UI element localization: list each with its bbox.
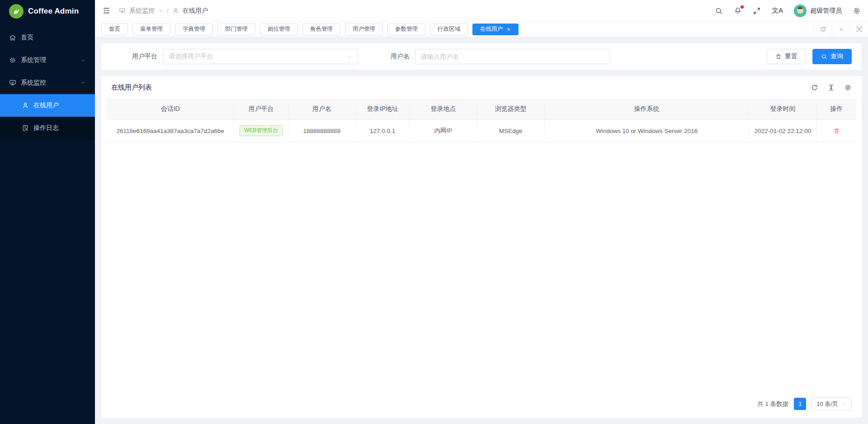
filter-bar: 用户平台 请选择用户平台 用户名 重置: [101, 43, 862, 70]
table-header-cell: 登录IP地址: [355, 99, 409, 119]
sidebar-subitem-label: 操作日志: [33, 124, 59, 132]
settings-gear-icon[interactable]: [853, 7, 861, 15]
header-actions: 文A 超级管理员: [715, 5, 861, 17]
pagination-total: 共 1 条数据: [757, 400, 788, 408]
chevron-down-icon: [347, 54, 352, 59]
tab-item[interactable]: 角色管理: [302, 24, 340, 35]
refresh-icon[interactable]: [811, 84, 818, 91]
monitor-icon: [119, 7, 126, 14]
breadcrumb-separator: /: [167, 7, 169, 14]
home-icon: [9, 34, 16, 41]
cell-os: Windows 10 or Windows Server 2016: [544, 119, 749, 142]
avatar: [794, 5, 807, 17]
user-icon: [22, 102, 29, 109]
table-header-cell: 登录时间: [749, 99, 816, 119]
delete-trash-icon[interactable]: [833, 128, 840, 134]
table-header-row: 会话ID 用户平台 用户名 登录IP地址 登录地点 浏览器类型 操作系统 登录时…: [107, 99, 856, 119]
cell-session-id: 26118e6169aa41a387aa3ca7a7d2a6be: [107, 119, 234, 142]
user-icon: [172, 7, 179, 14]
tab-item-active[interactable]: 在线用户: [472, 24, 519, 35]
logo-leaf-icon: [9, 4, 24, 19]
page-content: 用户平台 请选择用户平台 用户名 重置: [95, 37, 868, 424]
user-menu[interactable]: 超级管理员: [794, 5, 842, 17]
sidebar: Coffee Admin 首页 系统管理 系统监控: [0, 0, 95, 424]
sidebar-subitem-operation-logs[interactable]: 操作日志: [0, 117, 95, 139]
user-name: 超级管理员: [810, 7, 842, 15]
page-size-value: 10 条/页: [816, 400, 838, 408]
chevron-down-icon: [80, 57, 86, 63]
sidebar-item-label: 系统管理: [21, 56, 46, 64]
search-button[interactable]: 查询: [812, 49, 852, 64]
sidebar-subitem-online-users[interactable]: 在线用户: [0, 94, 95, 117]
breadcrumb-parent[interactable]: 系统监控: [129, 7, 155, 15]
pagination: 共 1 条数据 1 10 条/页: [101, 392, 862, 418]
chevron-down-icon: [158, 8, 163, 13]
platform-filter-group: 用户平台 请选择用户平台: [132, 49, 358, 64]
sidebar-submenu: 在线用户 操作日志: [0, 94, 95, 139]
platform-select-placeholder: 请选择用户平台: [169, 52, 347, 61]
top-header: 系统监控 / 在线用户 文A 超级管理员: [95, 0, 868, 22]
tab-item[interactable]: 参数管理: [387, 24, 425, 35]
page-size-select[interactable]: 10 条/页: [811, 397, 852, 410]
sidebar-item-label: 系统监控: [21, 79, 46, 87]
tab-item[interactable]: 部门管理: [217, 24, 255, 35]
online-users-panel: 在线用户列表: [101, 76, 862, 418]
tabs-chevron-down-icon[interactable]: [832, 22, 850, 37]
cell-platform: WEB管理后台: [234, 119, 288, 142]
column-settings-gear-icon[interactable]: [844, 84, 852, 91]
sidebar-item-system-monitor[interactable]: 系统监控: [0, 71, 95, 94]
platform-label: 用户平台: [132, 52, 157, 61]
sidebar-item-system-management[interactable]: 系统管理: [0, 49, 95, 71]
table-header-cell: 用户名: [288, 99, 355, 119]
filter-buttons: 重置 查询: [767, 49, 852, 64]
panel-header: 在线用户列表: [101, 76, 862, 99]
log-icon: [22, 124, 29, 132]
panel-tools: [811, 84, 852, 91]
sidebar-subitem-label: 在线用户: [33, 101, 59, 110]
table-header-cell: 会话ID: [107, 99, 234, 119]
tab-tools: [814, 22, 868, 37]
pagination-page-1[interactable]: 1: [794, 398, 806, 410]
table-row: 26118e6169aa41a387aa3ca7a7d2a6be WEB管理后台…: [107, 119, 856, 142]
panel-title: 在线用户列表: [111, 83, 152, 92]
sidebar-logo[interactable]: Coffee Admin: [0, 0, 95, 23]
monitor-icon: [9, 79, 16, 86]
cell-actions: [816, 119, 856, 142]
main-region: 系统监控 / 在线用户 文A 超级管理员: [95, 0, 868, 424]
sidebar-item-label: 首页: [21, 33, 33, 42]
chevron-up-icon: [80, 80, 86, 86]
chevron-down-icon: [842, 401, 847, 406]
platform-select[interactable]: 请选择用户平台: [163, 49, 358, 64]
row-height-stretch-icon[interactable]: [827, 84, 835, 91]
tab-item[interactable]: 菜单管理: [132, 24, 170, 35]
search-icon: [821, 53, 827, 60]
cell-username: 18888888888: [288, 119, 355, 142]
tab-list: 首页 菜单管理 字典管理 部门管理 岗位管理 角色管理 用户管理 参数管理 行政…: [101, 24, 814, 35]
translate-icon[interactable]: 文A: [772, 6, 783, 15]
reset-button[interactable]: 重置: [767, 49, 806, 64]
table-header-cell: 浏览器类型: [477, 99, 544, 119]
fullscreen-icon[interactable]: [753, 7, 761, 15]
username-input[interactable]: [415, 49, 610, 64]
username-label: 用户名: [391, 52, 410, 61]
tab-item[interactable]: 首页: [101, 24, 128, 35]
tabs-refresh-icon[interactable]: [814, 22, 832, 37]
tabs-maximize-icon[interactable]: [850, 22, 868, 37]
trash-icon: [775, 53, 782, 60]
platform-tag: WEB管理后台: [240, 125, 283, 136]
tab-item[interactable]: 岗位管理: [260, 24, 298, 35]
tab-item[interactable]: 用户管理: [345, 24, 383, 35]
cell-ip: 127.0.0.1: [355, 119, 409, 142]
tab-item[interactable]: 行政区域: [430, 24, 468, 35]
breadcrumb-current: 在线用户: [183, 7, 208, 15]
tab-close-icon[interactable]: [506, 27, 511, 32]
collapse-sidebar-icon[interactable]: [102, 6, 111, 15]
online-users-table: 会话ID 用户平台 用户名 登录IP地址 登录地点 浏览器类型 操作系统 登录时…: [101, 99, 862, 143]
username-filter-group: 用户名: [391, 49, 610, 64]
sidebar-item-home[interactable]: 首页: [0, 26, 95, 49]
table-header-cell: 用户平台: [234, 99, 288, 119]
table-header-cell: 操作: [816, 99, 856, 119]
notification-bell-icon[interactable]: [734, 7, 742, 15]
tab-item[interactable]: 字典管理: [175, 24, 213, 35]
search-icon[interactable]: [715, 7, 723, 15]
